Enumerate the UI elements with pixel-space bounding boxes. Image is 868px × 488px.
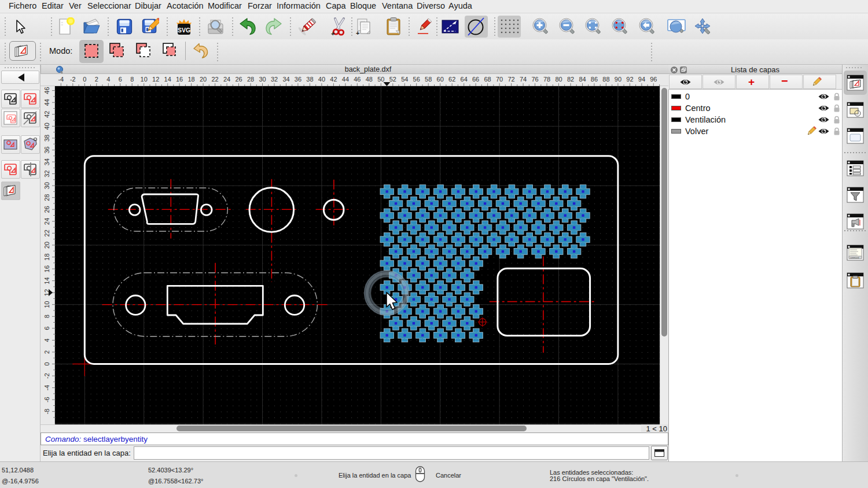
svg-text:34: 34 xyxy=(43,158,50,165)
svg-text:2: 2 xyxy=(95,76,98,83)
svg-text:16: 16 xyxy=(176,76,183,83)
svg-text:46: 46 xyxy=(43,87,50,94)
svg-text:72: 72 xyxy=(507,76,514,83)
svg-text:14: 14 xyxy=(164,76,171,83)
svg-text:62: 62 xyxy=(448,76,455,83)
svg-text:-6: -6 xyxy=(43,397,50,402)
svg-text:26: 26 xyxy=(235,76,242,83)
svg-text:40: 40 xyxy=(43,123,50,130)
svg-text:SVG: SVG xyxy=(177,27,190,34)
svg-text:30: 30 xyxy=(259,76,266,83)
svg-text:34: 34 xyxy=(282,76,289,83)
svg-text:92: 92 xyxy=(626,76,633,83)
svg-text:94: 94 xyxy=(638,76,645,83)
svg-text:36: 36 xyxy=(295,76,301,83)
svg-text:46: 46 xyxy=(354,76,361,83)
svg-text:32: 32 xyxy=(43,170,50,177)
svg-text:44: 44 xyxy=(342,76,349,83)
svg-text:80: 80 xyxy=(555,76,562,83)
svg-text:2: 2 xyxy=(43,350,50,354)
svg-text:28: 28 xyxy=(247,76,254,83)
svg-text:66: 66 xyxy=(472,76,479,83)
svg-text:24: 24 xyxy=(223,76,230,83)
svg-text:-2: -2 xyxy=(43,373,50,379)
svg-text:+: + xyxy=(356,29,359,36)
svg-text:-2: -2 xyxy=(70,76,76,83)
svg-text:42: 42 xyxy=(43,111,50,118)
svg-text:54: 54 xyxy=(401,76,408,83)
svg-text:22: 22 xyxy=(43,230,50,236)
svg-text:30: 30 xyxy=(43,182,50,189)
svg-text:74: 74 xyxy=(520,76,527,83)
svg-text:4: 4 xyxy=(43,338,50,342)
svg-text:+: + xyxy=(331,30,334,36)
svg-text:10: 10 xyxy=(43,301,50,308)
svg-text:20: 20 xyxy=(200,76,207,83)
svg-text:68: 68 xyxy=(484,76,491,83)
svg-text:6: 6 xyxy=(43,327,50,330)
svg-text:command: command xyxy=(850,257,859,259)
svg-text:42: 42 xyxy=(330,76,337,83)
svg-text:-8: -8 xyxy=(43,409,50,415)
svg-text:70: 70 xyxy=(496,76,503,83)
svg-text:22: 22 xyxy=(211,76,218,83)
svg-text:38: 38 xyxy=(43,135,50,142)
svg-text:36: 36 xyxy=(43,146,50,153)
svg-text:50: 50 xyxy=(377,76,384,83)
svg-text:44: 44 xyxy=(43,99,50,106)
svg-text:12: 12 xyxy=(152,76,159,83)
svg-text:28: 28 xyxy=(43,194,50,201)
svg-text:18: 18 xyxy=(43,253,50,260)
svg-text:0: 0 xyxy=(43,362,50,365)
svg-text:24: 24 xyxy=(43,218,50,225)
svg-text:90: 90 xyxy=(615,76,621,83)
svg-text:40: 40 xyxy=(318,76,325,83)
svg-text:56: 56 xyxy=(413,76,420,83)
svg-text:32: 32 xyxy=(271,76,278,83)
svg-text:52: 52 xyxy=(389,76,396,83)
svg-text:60: 60 xyxy=(437,76,444,83)
svg-text:88: 88 xyxy=(602,76,609,83)
svg-text:96: 96 xyxy=(650,76,657,83)
svg-text:0: 0 xyxy=(83,76,86,83)
svg-text:48: 48 xyxy=(366,76,373,83)
svg-text:-4: -4 xyxy=(58,76,64,83)
svg-text:26: 26 xyxy=(43,206,50,213)
svg-text:18: 18 xyxy=(187,76,194,83)
svg-text:8: 8 xyxy=(43,315,50,318)
svg-text:84: 84 xyxy=(579,76,586,83)
svg-text:10: 10 xyxy=(141,76,148,83)
svg-text:58: 58 xyxy=(425,76,432,83)
svg-text:82: 82 xyxy=(567,76,574,83)
svg-text:6: 6 xyxy=(119,76,122,83)
svg-text:8: 8 xyxy=(130,76,134,83)
svg-text:4: 4 xyxy=(106,76,110,83)
svg-text:78: 78 xyxy=(543,76,550,83)
svg-text:20: 20 xyxy=(43,242,50,249)
svg-text:38: 38 xyxy=(306,76,313,83)
svg-text:76: 76 xyxy=(531,76,538,83)
svg-text:86: 86 xyxy=(591,76,598,83)
svg-text:16: 16 xyxy=(43,265,50,272)
svg-text:14: 14 xyxy=(43,277,50,284)
svg-text:64: 64 xyxy=(461,76,468,83)
svg-text:-4: -4 xyxy=(43,385,50,391)
